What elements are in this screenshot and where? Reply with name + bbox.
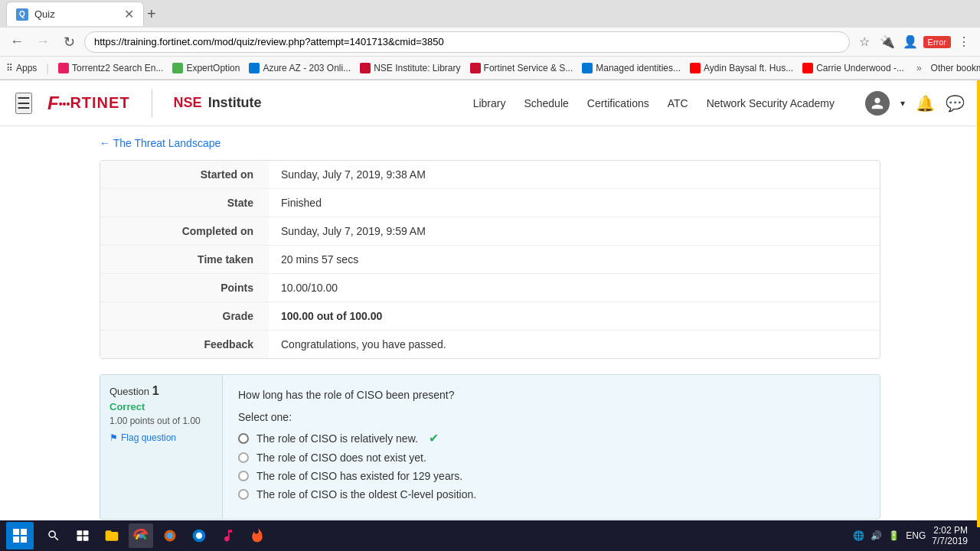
breadcrumb: ← The Threat Landscape (0, 126, 980, 160)
taskbar-search[interactable] (41, 523, 66, 548)
option-1-4: The role of CISO is the oldest C-level p… (238, 488, 864, 500)
question-1-text: How long has the role of CISO been prese… (238, 387, 864, 403)
extension-button[interactable]: 🔌 (877, 32, 897, 52)
nse-institute-logo: NSE Institute (174, 95, 262, 111)
bookmark-managed[interactable]: Managed identities... (582, 63, 681, 73)
option-1-2-radio (238, 452, 249, 463)
tab-close-button[interactable]: ✕ (124, 8, 134, 21)
hamburger-button[interactable]: ☰ (15, 93, 32, 114)
flag-icon: ⚑ (109, 432, 118, 443)
completed-label: Completed on (100, 217, 269, 245)
bookmark-aydin[interactable]: Aydin Baysal ft. Hus... (690, 63, 793, 73)
summary-row-time: Time taken 20 mins 57 secs (100, 246, 880, 274)
tab-favicon: Q (16, 8, 28, 21)
nav-nsa[interactable]: Network Security Academy (707, 97, 835, 109)
start-button[interactable] (6, 522, 34, 549)
option-1-4-text: The role of CISO is the oldest C-level p… (256, 488, 476, 500)
address-bar[interactable] (84, 31, 850, 53)
nav-certifications[interactable]: Certifications (587, 97, 649, 109)
option-1-3-radio (238, 471, 249, 481)
bookmark-azure[interactable]: Azure AZ - 203 Onli... (249, 63, 351, 73)
points-label: Points (100, 274, 269, 302)
feedback-value: Congratulations, you have passed. (269, 331, 880, 358)
svg-rect-6 (77, 536, 83, 541)
bookmark-expertoption[interactable]: ExpertOption (172, 63, 240, 73)
bookmark-favicon (172, 63, 183, 73)
taskbar-right: 🌐 🔊 🔋 ENG 2:02 PM 7/7/2019 (853, 525, 974, 546)
taskbar-chrome[interactable] (129, 523, 153, 548)
option-1-2: The role of CISO does not exist yet. (238, 452, 864, 464)
option-1-1: The role of CISO is relatively new. ✔ (238, 431, 864, 445)
messages-button[interactable]: 💬 (946, 94, 965, 112)
time-value: 20 mins 57 secs (269, 246, 880, 273)
menu-button[interactable]: ⋮ (954, 32, 974, 52)
summary-row-points: Points 10.00/10.00 (100, 274, 880, 302)
flag-question-1-button[interactable]: ⚑ Flag question (109, 432, 176, 443)
site-navbar: ☰ F ••• RTINET NSE Institute Library Sch… (0, 80, 980, 126)
new-tab-button[interactable]: + (147, 5, 156, 23)
option-1-3: The role of CISO has existed for 129 yea… (238, 470, 864, 482)
correct-checkmark: ✔ (429, 431, 439, 445)
svg-rect-1 (21, 529, 27, 535)
taskbar-firefox[interactable] (158, 523, 182, 548)
taskbar: 🌐 🔊 🔋 ENG 2:02 PM 7/7/2019 (0, 520, 980, 551)
state-value: Finished (269, 189, 880, 217)
taskbar-lang: ENG (906, 530, 926, 541)
option-1-1-text: The role of CISO is relatively new. (256, 432, 418, 445)
svg-rect-3 (21, 536, 27, 543)
error-badge: Error (923, 36, 951, 48)
taskbar-file-explorer[interactable] (100, 523, 124, 548)
started-value: Sunday, July 7, 2019, 9:38 AM (269, 161, 880, 188)
taskbar-task-view[interactable] (70, 523, 95, 548)
bookmark-favicon (802, 63, 813, 73)
profile-button[interactable]: 👤 (900, 32, 920, 52)
summary-row-completed: Completed on Sunday, July 7, 2019, 9:59 … (100, 217, 880, 246)
question-1-label: Question 1 (109, 384, 213, 398)
bookmark-torrentz[interactable]: Torrentz2 Search En... (58, 63, 163, 73)
completed-value: Sunday, July 7, 2019, 9:59 AM (269, 217, 880, 245)
taskbar-network-icon: 🌐 (853, 530, 864, 541)
bookmark-favicon (360, 63, 371, 73)
yellow-accent-bar (977, 80, 980, 527)
bookmark-nse[interactable]: NSE Institute: Library (360, 63, 460, 73)
nav-schedule[interactable]: Schedule (524, 97, 568, 109)
question-1-select-label: Select one: (238, 411, 864, 423)
apps-bookmark[interactable]: ⠿ Apps (6, 63, 37, 73)
svg-rect-5 (83, 530, 89, 535)
nav-atc[interactable]: ATC (668, 97, 688, 109)
forward-button[interactable]: → (32, 31, 54, 53)
bookmark-other[interactable]: Other bookmarks (931, 63, 980, 73)
taskbar-flame[interactable] (245, 523, 270, 548)
notifications-button[interactable]: 🔔 (916, 94, 935, 112)
taskbar-music[interactable] (216, 523, 240, 548)
summary-row-grade: Grade 100.00 out of 100.00 (100, 302, 880, 331)
breadcrumb-link[interactable]: ← The Threat Landscape (100, 137, 220, 149)
nav-right: ▾ 🔔 💬 (865, 91, 965, 116)
taskbar-battery-icon: 🔋 (888, 530, 900, 541)
summary-row-state: State Finished (100, 189, 880, 217)
active-tab[interactable]: Q Quiz ✕ (6, 2, 144, 26)
reload-button[interactable]: ↻ (58, 31, 80, 53)
svg-rect-7 (83, 536, 89, 541)
user-avatar[interactable] (865, 91, 890, 116)
nav-library[interactable]: Library (473, 97, 506, 109)
quiz-container: Started on Sunday, July 7, 2019, 9:38 AM… (100, 160, 880, 527)
time-label: Time taken (100, 246, 269, 273)
bookmark-favicon (58, 63, 69, 73)
question-1-content: How long has the role of CISO been prese… (222, 374, 880, 520)
grade-label: Grade (100, 302, 269, 330)
back-button[interactable]: ← (6, 31, 28, 53)
grade-value: 100.00 out of 100.00 (269, 302, 880, 330)
browser-actions: ☆ 🔌 👤 Error ⋮ (854, 32, 974, 52)
svg-rect-0 (13, 529, 19, 535)
star-button[interactable]: ☆ (854, 32, 874, 52)
question-1-sidebar: Question 1 Correct 1.00 points out of 1.… (100, 374, 222, 520)
option-1-3-text: The role of CISO has existed for 129 yea… (256, 470, 462, 482)
bookmark-favicon (249, 63, 260, 73)
bookmark-fortinet[interactable]: Fortinet Service & S... (470, 63, 573, 73)
bookmark-carrie[interactable]: Carrie Underwood -... (802, 63, 904, 73)
bookmark-favicon (470, 63, 481, 73)
user-caret[interactable]: ▾ (900, 98, 905, 109)
started-label: Started on (100, 161, 269, 188)
taskbar-skype[interactable] (187, 523, 211, 548)
